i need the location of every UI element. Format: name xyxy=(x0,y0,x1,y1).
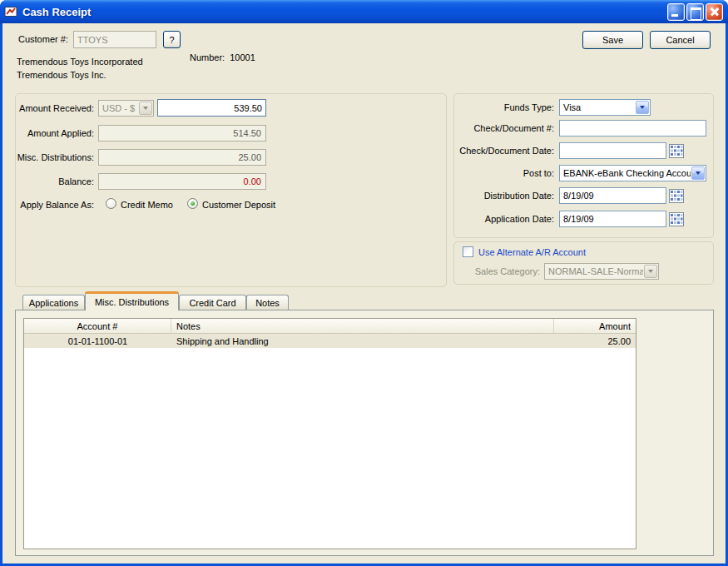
check-document-date-input[interactable] xyxy=(559,142,666,159)
distribution-date-calendar-button[interactable] xyxy=(668,187,685,204)
funds-type-value: Visa xyxy=(560,102,635,112)
table-row[interactable]: 01-01-1100-01 Shipping and Handling 25.0… xyxy=(24,334,636,348)
application-date-calendar-button[interactable] xyxy=(668,211,685,227)
customer-contact: Tremendous Toys Inc. xyxy=(17,69,106,81)
amount-applied-field: 514.50 xyxy=(98,125,266,142)
customer-lookup-button[interactable]: ? xyxy=(163,31,181,48)
amount-received-label: Amount Received: xyxy=(9,100,94,117)
app-icon xyxy=(4,5,17,18)
currency-select: USD - $ xyxy=(98,100,154,117)
post-to-label: Post to: xyxy=(458,165,554,181)
credit-memo-radio[interactable] xyxy=(106,198,116,209)
client-area: Customer #: ? Number: 10001 Tremendous T… xyxy=(2,23,726,564)
funds-type-label: Funds Type: xyxy=(458,99,554,116)
check-document-date-label: Check/Document Date: xyxy=(458,142,554,159)
sales-category-select: NORMAL-SALE-Normal Sale xyxy=(544,263,659,280)
amount-received-input[interactable] xyxy=(157,99,266,117)
window-controls xyxy=(667,3,723,21)
post-to-select[interactable]: EBANK-eBank Checking Account xyxy=(559,165,706,181)
customer-name: Tremendous Toys Incorporated xyxy=(17,56,143,67)
customer-number-label: Customer #: xyxy=(18,31,68,47)
tab-misc-distributions[interactable]: Misc. Distributions xyxy=(85,291,179,310)
titlebar[interactable]: Cash Receipt xyxy=(0,0,728,23)
credit-memo-radio-label[interactable]: Credit Memo xyxy=(121,199,173,211)
distribution-date-label: Distribution Date: xyxy=(458,187,554,204)
chevron-down-icon[interactable] xyxy=(636,101,649,114)
receipt-number: Number: 10001 xyxy=(190,52,255,63)
table-empty-area xyxy=(24,348,636,549)
maximize-button[interactable] xyxy=(686,3,704,21)
alternate-ar-checkbox-label[interactable]: Use Alternate A/R Account xyxy=(478,246,586,258)
receipt-number-label: Number: xyxy=(190,52,225,62)
column-header-notes: Notes xyxy=(171,319,554,333)
receipt-number-value: 10001 xyxy=(230,52,255,62)
alternate-ar-checkbox[interactable] xyxy=(463,246,473,257)
funds-type-select[interactable]: Visa xyxy=(559,99,651,116)
currency-value: USD - $ xyxy=(99,103,138,113)
cancel-button[interactable]: Cancel xyxy=(650,31,711,49)
application-date-label: Application Date: xyxy=(458,211,554,227)
chevron-down-icon xyxy=(139,102,152,115)
balance-field: 0.00 xyxy=(98,173,266,190)
save-button[interactable]: Save xyxy=(582,31,643,49)
calendar-icon xyxy=(669,212,684,226)
customer-number-field xyxy=(73,31,156,48)
cell-amount: 25.00 xyxy=(554,334,636,348)
balance-label: Balance: xyxy=(9,173,94,190)
calendar-icon xyxy=(669,189,684,203)
application-date-input[interactable] xyxy=(559,211,666,227)
cell-notes: Shipping and Handling xyxy=(171,334,554,348)
chevron-down-icon xyxy=(644,265,657,278)
tab-notes[interactable]: Notes xyxy=(246,295,289,310)
calendar-icon xyxy=(669,144,684,158)
maximize-icon xyxy=(687,4,703,20)
chevron-down-icon[interactable] xyxy=(691,166,705,180)
amount-applied-label: Amount Applied: xyxy=(9,125,94,142)
misc-distributions-label: Misc. Distributions: xyxy=(9,149,94,166)
post-to-value: EBANK-eBank Checking Account xyxy=(560,168,691,178)
column-header-account: Account # xyxy=(24,319,171,333)
check-document-number-input[interactable] xyxy=(559,120,706,137)
customer-deposit-radio-label[interactable]: Customer Deposit xyxy=(202,199,275,211)
close-button[interactable] xyxy=(706,3,723,21)
distributions-table: Account # Notes Amount 01-01-1100-01 Shi… xyxy=(23,318,636,549)
minimize-icon xyxy=(668,4,684,20)
check-document-date-calendar-button[interactable] xyxy=(668,142,685,159)
column-header-amount: Amount xyxy=(554,319,636,333)
amounts-groupbox xyxy=(15,93,447,287)
minimize-button[interactable] xyxy=(667,3,685,21)
tab-credit-card[interactable]: Credit Card xyxy=(179,295,246,310)
tab-applications[interactable]: Applications xyxy=(22,295,85,310)
apply-balance-as-label: Apply Balance As: xyxy=(9,199,94,211)
sales-category-value: NORMAL-SALE-Normal Sale xyxy=(545,266,643,276)
check-document-number-label: Check/Document #: xyxy=(458,120,554,137)
misc-distributions-field: 25.00 xyxy=(98,149,266,166)
table-header: Account # Notes Amount xyxy=(24,319,636,334)
cash-receipt-window: Cash Receipt Customer #: ? Number: 10001… xyxy=(0,0,728,566)
window-title: Cash Receipt xyxy=(22,6,667,18)
customer-deposit-radio[interactable] xyxy=(187,198,198,209)
distribution-date-input[interactable] xyxy=(559,187,666,204)
close-icon xyxy=(706,4,722,20)
cell-account: 01-01-1100-01 xyxy=(24,334,171,348)
sales-category-label: Sales Category: xyxy=(452,263,540,280)
